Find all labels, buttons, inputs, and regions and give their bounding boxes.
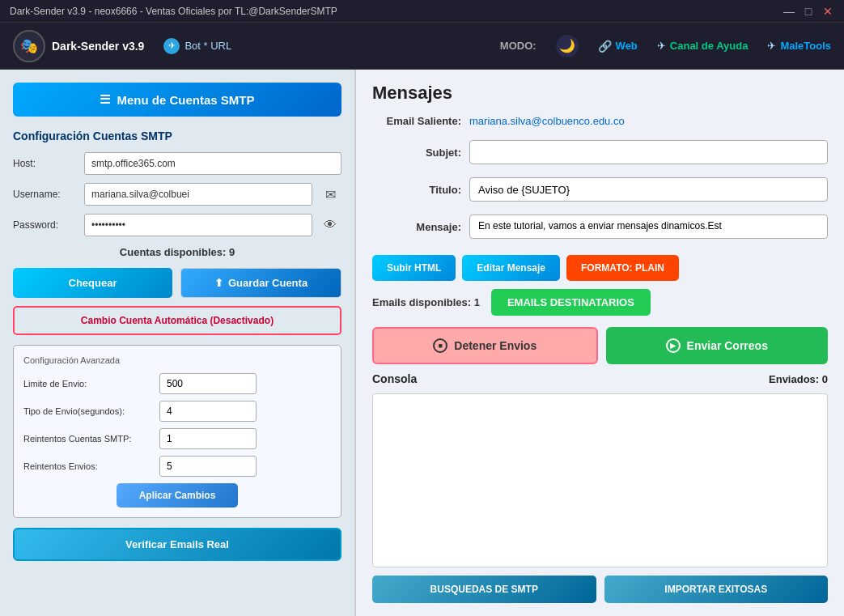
subjet-input[interactable] xyxy=(469,140,828,164)
reintentos-cuentas-label: Reintentos Cuentas SMTP: xyxy=(23,434,153,444)
canal-ayuda-label: Canal de Ayuda xyxy=(670,40,749,52)
username-field-group: Username: ✉ xyxy=(13,183,341,206)
left-panel: ☰ Menu de Cuentas SMTP Configuración Cue… xyxy=(0,70,356,616)
bottom-btns: BUSQUEDAS DE SMTP IMPORTAR EXITOSAS xyxy=(372,576,828,603)
chain-icon: 🔗 xyxy=(598,40,612,53)
cambio-cuenta-button[interactable]: Cambio Cuenta Automática (Desactivado) xyxy=(13,306,341,335)
enviar-correos-button[interactable]: ▶ Enviar Correos xyxy=(606,327,829,364)
mensaje-textarea[interactable] xyxy=(469,215,828,239)
importar-exitosas-button[interactable]: IMPORTAR EXITOSAS xyxy=(604,576,829,603)
reintentos-envios-input[interactable] xyxy=(159,456,257,477)
reintentos-envios-group: Reintentos Envios: xyxy=(23,456,331,477)
guardar-label: Guardar Cuenta xyxy=(228,277,307,289)
emails-disponibles-label: Emails disponibles: 1 xyxy=(372,296,480,308)
menu-cuentas-button[interactable]: ☰ Menu de Cuentas SMTP xyxy=(13,83,341,117)
config-section-title: Configuración Cuentas SMTP xyxy=(13,130,341,142)
telegram-icon-male: ✈ xyxy=(767,40,776,52)
play-icon: ▶ xyxy=(666,338,681,353)
telegram-icon-bot: ✈ xyxy=(163,38,180,54)
main-content: ☰ Menu de Cuentas SMTP Configuración Cue… xyxy=(0,70,844,616)
modo-moon-button[interactable]: 🌙 xyxy=(556,35,579,57)
consola-label: Consola xyxy=(372,372,417,385)
send-row: ■ Detener Envios ▶ Enviar Correos xyxy=(372,327,828,364)
limite-label: Limite de Envio: xyxy=(23,379,153,389)
emails-row: Emails disponibles: 1 EMAILS DESTINATARI… xyxy=(372,289,828,316)
msg-buttons-row: Subir HTML Editar Mensaje FORMATO: PLAIN xyxy=(372,255,828,281)
reintentos-cuentas-group: Reintentos Cuentas SMTP: xyxy=(23,428,331,449)
minimize-button[interactable]: — xyxy=(783,5,795,18)
modo-label: MODO: xyxy=(500,40,537,52)
menu-cuentas-label: Menu de Cuentas SMTP xyxy=(117,93,254,107)
mensajes-title: Mensajes xyxy=(372,83,828,104)
bot-url-label: Bot * URL xyxy=(184,40,231,52)
maletools-label: MaleTools xyxy=(780,40,831,52)
verificar-emails-button[interactable]: Verificar Emails Real xyxy=(13,528,341,561)
tipo-input[interactable] xyxy=(159,401,257,422)
reintentos-envios-label: Reintentos Envios: xyxy=(23,461,153,471)
maximize-button[interactable]: □ xyxy=(802,5,815,18)
host-label: Host: xyxy=(13,158,78,169)
subjet-row: Subjet: xyxy=(372,140,828,164)
mensaje-label: Mensaje: xyxy=(372,221,461,233)
right-panel: Mensajes Email Saliente: mariana.silva@c… xyxy=(356,70,844,616)
tipo-envio-group: Tipo de Envio(segundos): xyxy=(23,401,331,422)
titlebar-title: Dark-Sender v3.9 - neox6666 - Ventas Ofi… xyxy=(10,6,337,17)
brand-name: Dark-Sender v3.9 xyxy=(52,40,144,53)
titlebar-controls: — □ ✕ xyxy=(783,5,834,18)
limite-input[interactable] xyxy=(159,373,257,394)
close-button[interactable]: ✕ xyxy=(821,5,834,18)
limite-envio-group: Limite de Envio: xyxy=(23,373,331,394)
detener-envios-button[interactable]: ■ Detener Envios xyxy=(372,327,598,364)
subjet-label: Subjet: xyxy=(372,147,461,159)
navbar: 🎭 Dark-Sender v3.9 ✈ Bot * URL MODO: 🌙 🔗… xyxy=(0,23,844,70)
advanced-title: Configuración Avanzada xyxy=(23,355,331,365)
stop-icon: ■ xyxy=(433,338,447,353)
avatar: 🎭 xyxy=(13,30,45,62)
enviar-label: Enviar Correos xyxy=(687,339,768,352)
maletools-nav[interactable]: ✈ MaleTools xyxy=(767,40,831,52)
password-label: Password: xyxy=(13,219,78,231)
email-saliente-label: Email Saliente: xyxy=(372,115,461,127)
password-field-group: Password: 👁 xyxy=(13,214,341,236)
host-field-group: Host: xyxy=(13,152,341,175)
aplicar-cambios-button[interactable]: Aplicar Cambios xyxy=(117,483,239,508)
reintentos-cuentas-input[interactable] xyxy=(159,428,257,449)
tipo-label: Tipo de Envio(segundos): xyxy=(23,406,153,416)
web-nav[interactable]: 🔗 Web xyxy=(598,40,638,53)
telegram-icon-canal: ✈ xyxy=(657,40,666,52)
guardar-button[interactable]: ⬆ Guardar Cuenta xyxy=(180,268,341,298)
password-input[interactable] xyxy=(84,214,312,236)
consola-box xyxy=(372,393,828,567)
editar-mensaje-button[interactable]: Editar Mensaje xyxy=(462,255,560,281)
formato-button[interactable]: FORMATO: PLAIN xyxy=(566,255,679,281)
consola-header: Consola Enviados: 0 xyxy=(372,372,828,385)
titulo-row: Titulo: xyxy=(372,177,828,202)
titlebar: Dark-Sender v3.9 - neox6666 - Ventas Ofi… xyxy=(0,0,844,23)
canal-ayuda-nav[interactable]: ✈ Canal de Ayuda xyxy=(657,40,749,52)
subir-html-button[interactable]: Subir HTML xyxy=(372,255,456,281)
titulo-label: Titulo: xyxy=(372,184,461,196)
email-saliente-row: Email Saliente: mariana.silva@colbuenco.… xyxy=(372,115,828,127)
chequear-guardar-row: Chequear ⬆ Guardar Cuenta xyxy=(13,268,341,298)
detener-label: Detener Envios xyxy=(454,339,537,352)
eye-icon-button[interactable]: 👁 xyxy=(319,214,341,236)
host-input[interactable] xyxy=(84,152,341,175)
save-icon: ⬆ xyxy=(214,277,223,289)
web-label: Web xyxy=(616,40,638,52)
username-input[interactable] xyxy=(84,183,312,206)
bot-url-nav[interactable]: ✈ Bot * URL xyxy=(163,38,231,54)
busquedas-smtp-button[interactable]: BUSQUEDAS DE SMTP xyxy=(372,576,596,603)
email-icon-button[interactable]: ✉ xyxy=(319,183,341,206)
username-label: Username: xyxy=(13,189,78,200)
menu-icon: ☰ xyxy=(100,92,110,107)
enviados-label: Enviados: 0 xyxy=(769,373,828,385)
emails-destinatarios-button[interactable]: EMAILS DESTINATARIOS xyxy=(491,289,651,316)
brand: 🎭 Dark-Sender v3.9 xyxy=(13,30,144,62)
email-saliente-value: mariana.silva@colbuenco.edu.co xyxy=(469,115,625,127)
cuentas-disponibles-label: Cuentas disponibles: 9 xyxy=(13,246,341,258)
mensaje-row: Mensaje: xyxy=(372,215,828,239)
titulo-input[interactable] xyxy=(469,177,828,202)
advanced-config-box: Configuración Avanzada Limite de Envio: … xyxy=(13,345,341,518)
chequear-button[interactable]: Chequear xyxy=(13,268,172,298)
